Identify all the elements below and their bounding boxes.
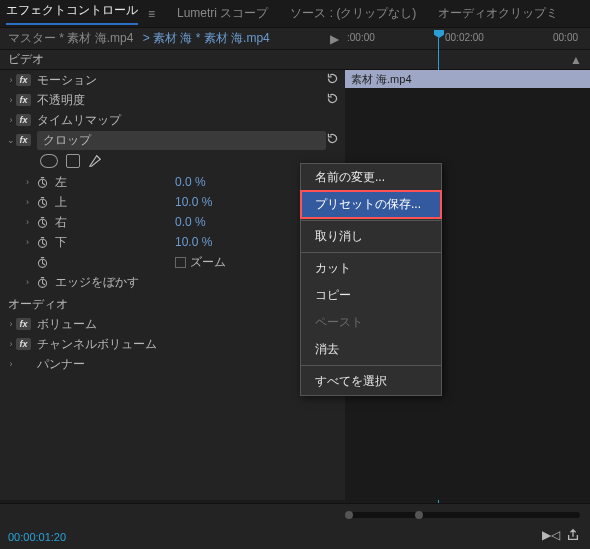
param-label: 左 [55, 174, 175, 191]
menu-undo[interactable]: 取り消し [301, 223, 441, 250]
mask-shape-row [0, 150, 345, 172]
main-split: › fx モーション › fx 不透明度 › fx タイムリマップ ⌄ fx ク… [0, 70, 590, 500]
video-section-label: ビデオ [8, 51, 44, 68]
menu-separator [301, 220, 441, 221]
effect-label: チャンネルボリューム [37, 336, 157, 353]
param-label: 下 [55, 234, 175, 251]
fx-badge-icon[interactable]: fx [16, 338, 31, 350]
export-icon[interactable] [566, 528, 580, 545]
twirl-icon[interactable]: ⌄ [6, 135, 16, 145]
fx-badge-icon[interactable]: fx [16, 94, 31, 106]
twirl-icon[interactable]: › [6, 115, 16, 125]
fx-badge-icon[interactable]: fx [16, 134, 31, 146]
param-label: エッジをぼかす [55, 274, 175, 291]
twirl-icon[interactable]: › [6, 319, 16, 329]
effect-opacity[interactable]: › fx 不透明度 [0, 90, 345, 110]
twirl-icon[interactable]: › [26, 177, 36, 187]
effect-crop[interactable]: ⌄ fx クロップ [0, 130, 345, 150]
param-crop-edge-blur[interactable]: › エッジをぼかす [0, 272, 345, 292]
clip-header-row: マスター * 素材 海.mp4 > 素材 海 * 素材 海.mp4 ▶ :00:… [0, 28, 590, 50]
fx-badge-icon[interactable]: fx [16, 114, 31, 126]
param-crop-bottom[interactable]: › 下 10.0 % [0, 232, 345, 252]
effect-panner[interactable]: › パンナー [0, 354, 345, 374]
reset-icon[interactable] [326, 92, 339, 108]
effect-label: パンナー [37, 356, 85, 373]
menu-cut[interactable]: カット [301, 255, 441, 282]
reset-icon[interactable] [326, 132, 339, 148]
rect-mask-icon[interactable] [66, 154, 80, 168]
zoom-handle-right[interactable] [415, 511, 423, 519]
zoom-handle-left[interactable] [345, 511, 353, 519]
tab-audio-clip-mixer[interactable]: オーディオクリップミ [438, 5, 558, 22]
fx-badge-icon[interactable]: fx [16, 74, 31, 86]
effect-label: モーション [37, 72, 97, 89]
param-crop-left[interactable]: › 左 0.0 % [0, 172, 345, 192]
instance-clip-label: > 素材 海 * 素材 海.mp4 [139, 30, 269, 47]
param-crop-right[interactable]: › 右 0.0 % [0, 212, 345, 232]
menu-rename[interactable]: 名前の変更... [301, 164, 441, 191]
zoom-scrollbar[interactable] [345, 512, 580, 518]
panel-menu-icon[interactable]: ≡ [148, 7, 155, 21]
twirl-icon[interactable]: › [6, 339, 16, 349]
clip-bar[interactable]: 素材 海.mp4 [345, 70, 590, 88]
pen-mask-icon[interactable] [88, 154, 106, 168]
audio-section-label: オーディオ [8, 296, 68, 313]
timeline-ruler[interactable]: :00:00 00:02:00 00:00 [345, 28, 590, 49]
video-section-header: ビデオ ▲ [0, 50, 590, 70]
twirl-icon[interactable]: › [26, 237, 36, 247]
twirl-icon[interactable]: › [26, 197, 36, 207]
param-value[interactable]: 0.0 % [175, 175, 206, 189]
twirl-icon[interactable]: › [6, 95, 16, 105]
stopwatch-icon[interactable] [36, 256, 49, 269]
loop-icon[interactable]: ▶◁ [542, 528, 560, 545]
tab-lumetri-scopes[interactable]: Lumetri スコープ [177, 5, 268, 22]
playhead-icon[interactable] [434, 30, 444, 38]
twirl-icon[interactable]: › [6, 359, 16, 369]
effect-label: ボリューム [37, 316, 97, 333]
param-value[interactable]: 10.0 % [175, 195, 212, 209]
menu-save-preset[interactable]: プリセットの保存... [301, 191, 441, 218]
twirl-icon[interactable]: › [6, 75, 16, 85]
menu-select-all[interactable]: すべてを選択 [301, 368, 441, 395]
stopwatch-icon[interactable] [36, 176, 49, 189]
ruler-tick-1: 00:02:00 [445, 32, 484, 43]
menu-clear[interactable]: 消去 [301, 336, 441, 363]
param-crop-top[interactable]: › 上 10.0 % [0, 192, 345, 212]
param-value[interactable]: 0.0 % [175, 215, 206, 229]
stopwatch-icon[interactable] [36, 196, 49, 209]
twirl-icon[interactable]: › [26, 277, 36, 287]
effect-list-panel: › fx モーション › fx 不透明度 › fx タイムリマップ ⌄ fx ク… [0, 70, 345, 500]
ruler-tick-0: :00:00 [347, 32, 375, 43]
param-label: 右 [55, 214, 175, 231]
ruler-tick-2: 00:00 [553, 32, 578, 43]
tab-source[interactable]: ソース : (クリップなし) [290, 5, 416, 22]
effect-label: タイムリマップ [37, 112, 121, 129]
audio-section-header: オーディオ ▲ [0, 294, 345, 314]
stopwatch-icon[interactable] [36, 236, 49, 249]
current-time[interactable]: 00:00:01:20 [8, 531, 66, 543]
param-crop-zoom[interactable]: ズーム [0, 252, 345, 272]
zoom-checkbox-label: ズーム [190, 254, 226, 271]
zoom-checkbox[interactable] [175, 257, 186, 268]
effect-motion[interactable]: › fx モーション [0, 70, 345, 90]
footer: 00:00:01:20 ▶◁ [0, 503, 590, 549]
stopwatch-icon[interactable] [36, 276, 49, 289]
effect-volume[interactable]: › fx ボリューム [0, 314, 345, 334]
param-label: 上 [55, 194, 175, 211]
master-clip-label: マスター * 素材 海.mp4 [8, 30, 133, 47]
reset-icon[interactable] [326, 72, 339, 88]
play-toggle-icon[interactable]: ▶ [330, 32, 339, 46]
menu-copy[interactable]: コピー [301, 282, 441, 309]
effect-time-remap[interactable]: › fx タイムリマップ [0, 110, 345, 130]
collapse-icon[interactable]: ▲ [570, 53, 582, 67]
stopwatch-icon[interactable] [36, 216, 49, 229]
twirl-icon[interactable]: › [26, 217, 36, 227]
effect-label: クロップ [43, 132, 91, 149]
param-value[interactable]: 10.0 % [175, 235, 212, 249]
fx-badge-icon[interactable]: fx [16, 318, 31, 330]
tab-effect-controls[interactable]: エフェクトコントロール [6, 2, 138, 25]
menu-separator [301, 365, 441, 366]
ellipse-mask-icon[interactable] [40, 154, 58, 168]
menu-paste: ペースト [301, 309, 441, 336]
effect-channel-volume[interactable]: › fx チャンネルボリューム [0, 334, 345, 354]
